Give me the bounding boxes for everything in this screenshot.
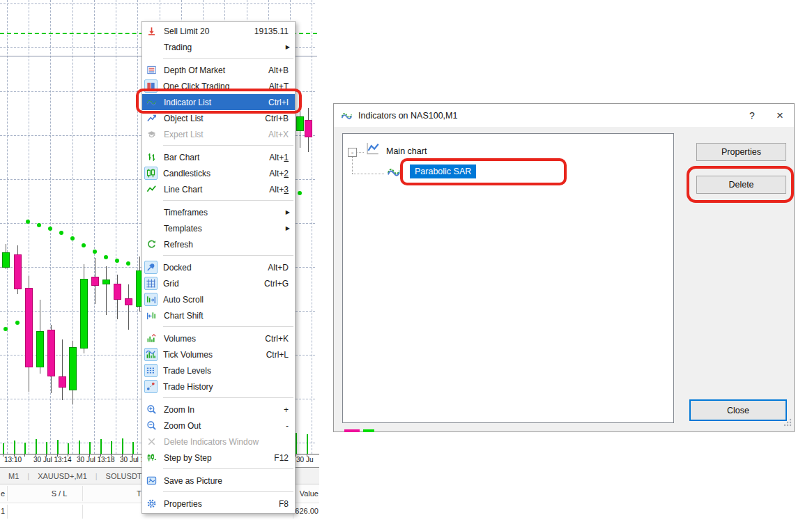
menu-item-label: Tick Volumes <box>163 350 259 360</box>
menu-item-indicator-list[interactable]: Indicator ListCtrl+I <box>142 94 295 110</box>
bullish-candle <box>2 252 10 268</box>
menu-item-zoom-in[interactable]: Zoom In+ <box>142 402 295 418</box>
parabolic-sar-dot <box>93 250 97 254</box>
menu-item-line-chart[interactable]: Line ChartAlt+3 <box>142 181 295 197</box>
chart-context-menu: Sell Limit 2019135.11Trading▶Depth Of Ma… <box>141 21 296 514</box>
blank-icon <box>144 206 158 220</box>
menu-item-delete-indicators-window: Delete Indicators Window <box>142 434 295 450</box>
menu-item-docked[interactable]: DockedAlt+D <box>142 259 295 275</box>
menu-item-step-by-step[interactable]: Step by StepF12 <box>142 450 295 466</box>
menu-item-grid[interactable]: GridCtrl+G <box>142 275 295 291</box>
chart-tab-xauusd[interactable]: XAUUSD+,M1 <box>29 472 95 480</box>
tree-item-parabolic-sar[interactable]: Parabolic SAR <box>410 165 476 178</box>
bearish-candle <box>114 284 121 300</box>
menu-item-depth-of-market[interactable]: Depth Of MarketAlt+B <box>142 62 295 78</box>
column-divider <box>7 505 8 519</box>
menu-separator <box>163 255 293 256</box>
parabolic-sar-dot <box>126 261 130 266</box>
menu-item-chart-shift[interactable]: Chart Shift <box>142 307 295 323</box>
axis-tick <box>3 454 3 457</box>
submenu-arrow-icon: ▶ <box>286 209 290 215</box>
menu-item-trading[interactable]: Trading▶ <box>142 39 295 55</box>
bearish-candle <box>14 254 22 289</box>
menu-item-templates[interactable]: Templates▶ <box>142 220 295 236</box>
tree-connector <box>352 174 384 174</box>
menu-item-properties[interactable]: PropertiesF8 <box>142 496 295 512</box>
bearish-candle <box>59 376 66 388</box>
resize-grip[interactable] <box>783 417 792 429</box>
menu-item-refresh[interactable]: Refresh <box>142 236 295 252</box>
menu-shortcut: F8 <box>279 499 289 509</box>
menu-item-trade-levels[interactable]: Trade Levels <box>142 362 295 378</box>
header-fragment: e <box>1 489 5 498</box>
menu-item-auto-scroll[interactable]: Auto Scroll <box>142 291 295 307</box>
parabolic-sar-dot <box>59 231 63 235</box>
header-tp-fragment: T <box>137 489 141 498</box>
line-chart-icon <box>144 183 158 197</box>
menu-separator <box>163 326 293 327</box>
volume-bar <box>307 434 308 454</box>
blank-icon <box>144 222 158 236</box>
bearish-candle <box>47 330 55 376</box>
row-fragment: 1 <box>1 507 5 515</box>
menu-item-label: Delete Indicators Window <box>164 437 289 447</box>
volume-bar <box>46 442 47 454</box>
bar-chart-icon <box>144 151 158 165</box>
menu-shortcut: Ctrl+B <box>265 114 289 123</box>
volume-bar <box>3 443 4 454</box>
tree-connector <box>358 152 364 153</box>
menu-item-tick-volumes[interactable]: Tick VolumesCtrl+L <box>142 346 295 362</box>
menu-item-candlesticks[interactable]: CandlesticksAlt+2 <box>142 165 295 181</box>
bullish-candle <box>296 116 304 131</box>
dialog-title: Indicators on NAS100,M1 <box>358 111 457 121</box>
properties-icon <box>144 497 158 511</box>
menu-shortcut: Ctrl+L <box>266 350 289 360</box>
time-axis-label: 30 Ju <box>296 456 313 464</box>
help-button[interactable]: ? <box>740 104 765 127</box>
indicator-list-icon <box>144 95 158 109</box>
volume-bar <box>36 439 37 454</box>
parabolic-sar-dot <box>70 236 75 240</box>
menu-shortcut: F12 <box>274 453 289 463</box>
parabolic-sar-dot <box>37 223 41 227</box>
menu-item-label: Save as Picture <box>164 476 289 486</box>
tree-expander[interactable]: - <box>348 148 357 157</box>
chart-tab-m1[interactable]: M1 <box>0 472 27 480</box>
close-window-button[interactable]: × <box>767 104 792 127</box>
menu-item-volumes[interactable]: VolumesCtrl+K <box>142 330 295 346</box>
delete-button[interactable]: Delete <box>696 176 786 194</box>
menu-item-label: Bar Chart <box>164 153 262 162</box>
tree-item-main-chart[interactable]: Main chart <box>386 146 427 156</box>
close-button[interactable]: Close <box>689 399 787 421</box>
menu-shortcut: + <box>284 405 289 415</box>
menu-item-zoom-out[interactable]: Zoom Out- <box>142 418 295 434</box>
dialog-title-bar[interactable]: Indicators on NAS100,M1 ? × <box>334 104 794 127</box>
menu-separator <box>163 397 293 398</box>
menu-item-label: Expert List <box>164 130 261 139</box>
properties-button[interactable]: Properties <box>696 143 786 161</box>
zoom-in-icon <box>144 403 158 417</box>
chart-sliver <box>363 429 374 432</box>
menu-separator <box>163 58 293 59</box>
menu-item-one-click-trading[interactable]: One Click TradingAlt+T <box>142 78 295 94</box>
bullish-candle <box>36 331 44 367</box>
gridline-vertical <box>312 0 312 454</box>
menu-item-label: Zoom In <box>164 405 277 415</box>
menu-item-label: Zoom Out <box>164 421 279 431</box>
menu-item-trade-history[interactable]: Trade History <box>142 378 295 395</box>
candle-wick <box>106 266 107 315</box>
header-sl: S / L <box>38 489 80 498</box>
menu-item-bar-chart[interactable]: Bar ChartAlt+1 <box>142 149 295 165</box>
menu-item-sell-limit-20[interactable]: Sell Limit 2019135.11 <box>142 23 295 39</box>
docked-icon <box>144 261 158 274</box>
menu-item-label: Trade Levels <box>163 366 289 376</box>
menu-item-timeframes[interactable]: Timeframes▶ <box>142 204 295 220</box>
menu-item-save-as-picture[interactable]: Save as Picture <box>142 473 295 489</box>
menu-shortcut: Alt+D <box>268 263 289 273</box>
menu-shortcut: Alt+T <box>269 82 289 91</box>
column-divider <box>7 486 8 501</box>
bearish-candle <box>125 298 132 305</box>
menu-item-object-list[interactable]: Object ListCtrl+B <box>142 110 295 126</box>
volume-bar <box>132 442 134 454</box>
chart-shift-icon <box>144 309 158 323</box>
